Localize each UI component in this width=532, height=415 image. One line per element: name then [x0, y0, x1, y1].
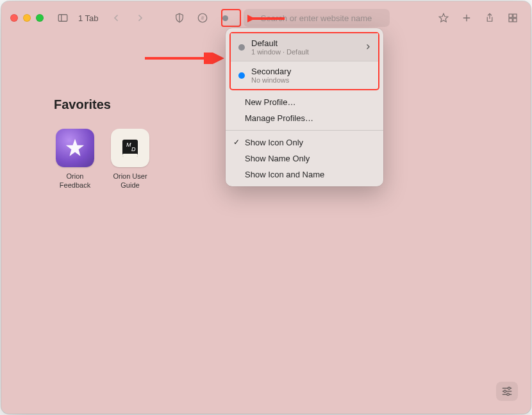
menu-item-manage-profiles[interactable]: Manage Profiles…: [226, 110, 383, 126]
menu-item-show-icon-only[interactable]: ✓ Show Icon Only: [226, 134, 383, 151]
annotation-highlight-box: Default 1 window · Default Secondary No …: [229, 32, 379, 90]
profile-name: Secondary: [251, 67, 291, 76]
svg-rect-11: [509, 19, 512, 22]
svg-point-25: [504, 390, 506, 393]
menu-item-show-icon-and-name[interactable]: Show Icon and Name: [226, 167, 383, 183]
address-placeholder: Search or enter website name: [261, 13, 372, 23]
close-window-button[interactable]: [10, 14, 18, 22]
shield-button[interactable]: [170, 9, 188, 27]
svg-rect-9: [509, 14, 512, 17]
profile-item-secondary[interactable]: Secondary No windows: [231, 61, 378, 89]
svg-text:M: M: [126, 142, 131, 148]
favorite-label: Orion User Guide: [109, 172, 151, 190]
share-button[interactable]: [481, 9, 499, 27]
traffic-lights: [10, 14, 44, 22]
chevron-right-icon: [364, 42, 372, 53]
favorite-icon: M D: [111, 129, 149, 167]
page-settings-button[interactable]: [496, 382, 518, 401]
menu-separator: [226, 130, 383, 131]
favorite-item[interactable]: M D Orion User Guide: [109, 129, 151, 190]
tab-overview-button[interactable]: [504, 9, 522, 27]
svg-text:D: D: [131, 146, 136, 152]
favorite-icon: [56, 129, 94, 167]
svg-point-27: [507, 393, 510, 396]
svg-rect-12: [513, 19, 517, 22]
favorite-label: Orion Feedback: [54, 172, 96, 190]
svg-point-23: [508, 387, 510, 389]
forward-button[interactable]: [131, 9, 149, 27]
svg-marker-5: [439, 13, 448, 22]
profile-item-default[interactable]: Default 1 window · Default: [231, 33, 378, 61]
tab-count-label: 1 Tab: [78, 13, 99, 23]
menu-item-show-name-only[interactable]: Show Name Only: [226, 151, 383, 167]
fullscreen-window-button[interactable]: [36, 14, 44, 22]
svg-rect-0: [58, 15, 67, 22]
minimize-window-button[interactable]: [23, 14, 31, 22]
profile-dropdown-menu: Default 1 window · Default Secondary No …: [226, 28, 383, 186]
profile-desc: 1 window · Default: [251, 48, 309, 56]
new-tab-button[interactable]: [458, 9, 476, 27]
svg-rect-19: [122, 154, 138, 157]
favorite-item[interactable]: Orion Feedback: [54, 129, 96, 190]
profile-desc: No windows: [251, 76, 291, 84]
svg-rect-10: [513, 14, 517, 17]
profile-dot-icon: [238, 44, 245, 51]
compass-icon[interactable]: [194, 9, 212, 27]
address-bar[interactable]: Search or enter website name: [244, 9, 390, 27]
svg-marker-4: [201, 17, 204, 20]
browser-window: 1 Tab Search or enter website name: [1, 1, 531, 414]
checkmark-icon: ✓: [233, 138, 240, 147]
profile-button[interactable]: [217, 9, 235, 27]
sidebar-button[interactable]: [54, 9, 72, 27]
menu-item-new-profile[interactable]: New Profile…: [226, 94, 383, 110]
svg-marker-17: [66, 139, 84, 156]
profile-dot-icon: [238, 72, 245, 79]
profile-name: Default: [251, 38, 309, 48]
favorite-star-button[interactable]: [435, 9, 453, 27]
back-button[interactable]: [108, 9, 126, 27]
